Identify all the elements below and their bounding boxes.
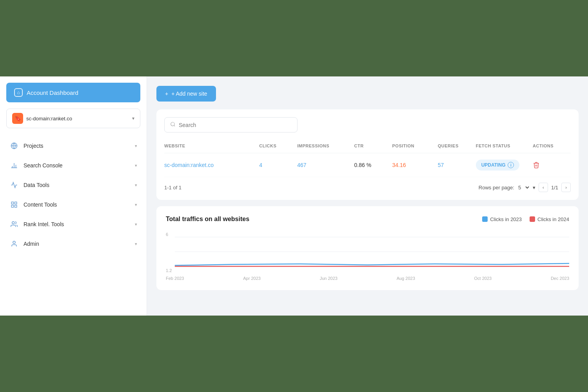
delete-button[interactable] — [533, 162, 540, 169]
cell-impressions: 467 — [297, 162, 354, 168]
cell-website[interactable]: sc-domain:ranket.co — [164, 162, 259, 168]
account-dashboard-button[interactable]: ⌂ Account Dashboard — [6, 83, 140, 102]
current-page: 1/1 — [551, 185, 558, 191]
cell-fetch-status: UPDATING i — [476, 160, 533, 171]
svg-point-11 — [13, 241, 15, 243]
grid-icon — [9, 200, 19, 209]
sidebar-item-content-tools[interactable]: Content Tools ▾ — [6, 195, 140, 214]
traffic-chart-header: Total traffics on all websites Clicks in… — [166, 216, 569, 223]
svg-rect-9 — [11, 205, 13, 207]
cell-queries: 57 — [438, 162, 476, 168]
cell-ctr: 0.86 % — [354, 162, 392, 168]
header-fetch-status: FETCH STATUS — [476, 143, 533, 148]
domain-icon: 🔖 — [12, 113, 23, 124]
plus-icon: + — [165, 91, 168, 97]
projects-chevron-icon: ▾ — [135, 143, 137, 149]
chart-legend: Clicks in 2023 Clicks in 2024 — [482, 216, 569, 222]
header-website: WEBSITE — [164, 143, 259, 148]
legend-label-2024: Clicks in 2024 — [537, 216, 569, 222]
bottom-bar — [0, 316, 588, 392]
sidebar-item-data-tools[interactable]: Data Tools ▾ — [6, 175, 140, 195]
sidebar-item-search-console[interactable]: Search Console ▾ — [6, 156, 140, 175]
chart-x-labels: Feb 2023 Apr 2023 Jun 2023 Aug 2023 Oct … — [166, 273, 569, 281]
sidebar-item-rank-intel[interactable]: Rank Intel. Tools ▾ — [6, 214, 140, 234]
table-header: WEBSITE CLICKS IMPRESSIONS CTR POSITION … — [164, 140, 571, 153]
cell-actions — [533, 162, 571, 169]
add-new-site-button[interactable]: + + Add new site — [156, 86, 216, 102]
search-console-label: Search Console — [24, 162, 63, 169]
activity-icon — [9, 180, 19, 190]
x-label-aug: Aug 2023 — [397, 276, 415, 281]
search-console-chevron-icon: ▾ — [135, 163, 137, 168]
svg-rect-8 — [15, 205, 17, 207]
globe-icon — [9, 141, 19, 151]
rank-intel-chevron-icon: ▾ — [135, 222, 137, 227]
header-position: POSITION — [392, 143, 437, 148]
header-actions: ACTIONS — [533, 143, 571, 148]
rows-per-page-select[interactable]: 5 10 25 — [517, 184, 530, 191]
account-dashboard-label: Account Dashboard — [27, 89, 78, 96]
svg-rect-6 — [11, 202, 13, 204]
x-label-oct: Oct 2023 — [474, 276, 492, 281]
top-bar — [0, 0, 588, 76]
admin-chevron-icon: ▾ — [135, 241, 137, 247]
search-input[interactable] — [179, 122, 292, 128]
table-row: sc-domain:ranket.co 4 467 0.86 % 34.16 5… — [164, 153, 571, 177]
cell-clicks: 4 — [259, 162, 297, 168]
header-ctr: CTR — [354, 143, 392, 148]
y-label-top: 6 — [166, 232, 168, 237]
chart-container: 6 1.2 Feb 2023 Apr 2023 Jun 2023 Aug — [166, 232, 569, 281]
sidebar-item-admin[interactable]: Admin ▾ — [6, 234, 140, 254]
nav-list: Projects ▾ Search Console ▾ — [6, 136, 140, 254]
x-label-jun: Jun 2023 — [320, 276, 338, 281]
data-tools-label: Data Tools — [24, 182, 49, 188]
sites-table-card: WEBSITE CLICKS IMPRESSIONS CTR POSITION … — [156, 109, 579, 200]
x-label-feb: Feb 2023 — [166, 276, 184, 281]
search-bar[interactable] — [164, 117, 298, 132]
projects-label: Projects — [24, 143, 44, 149]
svg-line-13 — [174, 125, 175, 127]
legend-label-2023: Clicks in 2023 — [490, 216, 522, 222]
rows-per-page-label: Rows per page: — [479, 185, 514, 191]
chart-svg — [166, 232, 569, 271]
svg-point-12 — [171, 122, 174, 126]
legend-2023: Clicks in 2023 — [482, 216, 522, 222]
add-site-label: + Add new site — [171, 91, 207, 97]
header-clicks: CLICKS — [259, 143, 297, 148]
table-footer: 1-1 of 1 Rows per page: 5 10 25 ▾ ‹ 1/1 … — [164, 177, 571, 192]
search-icon — [170, 122, 176, 128]
legend-dot-2024 — [530, 216, 535, 222]
admin-label: Admin — [24, 241, 39, 247]
main-area: + + Add new site WEBSITE CLICKS IMPRESSI… — [147, 76, 588, 316]
sidebar: ⌂ Account Dashboard 🔖 sc-domain:ranket.c… — [0, 76, 147, 316]
person-icon — [9, 239, 19, 249]
rank-intel-label: Rank Intel. Tools — [24, 221, 64, 227]
pagination-controls: Rows per page: 5 10 25 ▾ ‹ 1/1 › — [479, 183, 571, 192]
svg-point-10 — [12, 221, 15, 224]
cell-position: 34.16 — [392, 162, 437, 168]
previous-page-button[interactable]: ‹ — [539, 183, 548, 192]
svg-rect-7 — [15, 202, 17, 204]
info-icon[interactable]: i — [508, 162, 514, 168]
users-icon — [9, 220, 19, 229]
header-impressions: IMPRESSIONS — [297, 143, 354, 148]
bar-chart-icon — [9, 161, 19, 170]
domain-chevron-icon: ▾ — [132, 116, 134, 121]
traffic-chart-card: Total traffics on all websites Clicks in… — [156, 206, 579, 290]
chevron-down-icon: ▾ — [533, 185, 535, 191]
next-page-button[interactable]: › — [561, 183, 571, 192]
pagination-info: 1-1 of 1 — [164, 185, 181, 191]
x-label-apr: Apr 2023 — [243, 276, 261, 281]
domain-selector[interactable]: 🔖 sc-domain:ranket.co ▾ — [6, 109, 140, 128]
traffic-chart-title: Total traffics on all websites — [166, 216, 249, 223]
legend-dot-2023 — [482, 216, 488, 222]
y-label-bottom: 1.2 — [166, 268, 172, 273]
dashboard-icon: ⌂ — [14, 88, 23, 97]
domain-name: sc-domain:ranket.co — [26, 116, 72, 122]
content-tools-chevron-icon: ▾ — [135, 202, 137, 207]
main-content: ⌂ Account Dashboard 🔖 sc-domain:ranket.c… — [0, 76, 588, 316]
legend-2024: Clicks in 2024 — [530, 216, 569, 222]
x-label-dec: Dec 2023 — [551, 276, 569, 281]
status-badge: UPDATING i — [476, 160, 520, 171]
sidebar-item-projects[interactable]: Projects ▾ — [6, 136, 140, 156]
